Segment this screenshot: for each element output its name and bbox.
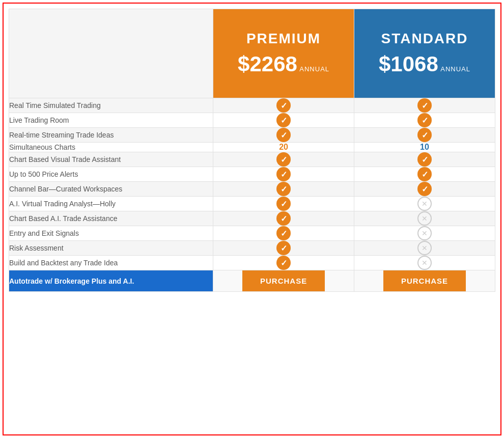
premium-period: ANNUAL bbox=[299, 65, 329, 73]
check-icon: ✓ bbox=[276, 167, 291, 181]
cross-icon: ✕ bbox=[417, 197, 432, 211]
check-icon: ✓ bbox=[276, 197, 291, 211]
feature-label: A.I. Virtual Trading Analyst—Holly bbox=[9, 197, 213, 211]
standard-feature-cell: ✓ bbox=[354, 182, 495, 197]
standard-feature-cell: ✕ bbox=[354, 226, 495, 241]
standard-feature-cell: ✕ bbox=[354, 256, 495, 270]
standard-feature-cell: 10 bbox=[354, 143, 495, 152]
standard-feature-cell: ✕ bbox=[354, 197, 495, 211]
premium-feature-cell: ✓ bbox=[213, 182, 354, 197]
feature-label: Chart Based Visual Trade Assistant bbox=[9, 152, 213, 167]
premium-header: PREMIUM $2268 ANNUAL bbox=[213, 9, 354, 98]
standard-period: ANNUAL bbox=[440, 65, 470, 73]
check-icon: ✓ bbox=[276, 152, 291, 167]
feature-label: Real Time Simulated Trading bbox=[9, 98, 213, 113]
premium-feature-cell: ✓ bbox=[213, 113, 354, 128]
feature-label: Risk Assessment bbox=[9, 241, 213, 256]
table-row: Real-time Streaming Trade Ideas✓✓ bbox=[9, 128, 495, 143]
premium-plan-name: PREMIUM bbox=[213, 31, 354, 47]
feature-label: Real-time Streaming Trade Ideas bbox=[9, 128, 213, 143]
standard-purchase-cell: PURCHASE bbox=[354, 270, 495, 292]
standard-feature-cell: ✓ bbox=[354, 128, 495, 143]
table-row: Live Trading Room✓✓ bbox=[9, 113, 495, 128]
table-row: Risk Assessment✓✕ bbox=[9, 241, 495, 256]
check-icon: ✓ bbox=[417, 182, 432, 196]
check-icon: ✓ bbox=[276, 128, 291, 142]
feature-label: Entry and Exit Signals bbox=[9, 226, 213, 241]
table-row: Autotrade w/ Brokerage Plus and A.I.PURC… bbox=[9, 270, 495, 292]
table-row: Channel Bar—Curated Workspaces✓✓ bbox=[9, 182, 495, 197]
check-icon: ✓ bbox=[276, 226, 291, 240]
premium-feature-cell: ✓ bbox=[213, 167, 354, 182]
table-row: Up to 500 Price Alerts✓✓ bbox=[9, 167, 495, 182]
check-icon: ✓ bbox=[276, 113, 291, 127]
pricing-table: PREMIUM $2268 ANNUAL STANDARD $1068 ANNU… bbox=[9, 9, 495, 292]
standard-feature-cell: ✕ bbox=[354, 211, 495, 226]
cross-icon: ✕ bbox=[417, 256, 432, 270]
standard-price: $1068 bbox=[379, 52, 438, 76]
number-value: 10 bbox=[420, 143, 429, 151]
check-icon: ✓ bbox=[276, 241, 291, 255]
feature-label: Build and Backtest any Trade Idea bbox=[9, 256, 213, 270]
feature-label: Chart Based A.I. Trade Assistance bbox=[9, 211, 213, 226]
premium-feature-cell: ✓ bbox=[213, 211, 354, 226]
standard-feature-cell: ✓ bbox=[354, 167, 495, 182]
cross-icon: ✕ bbox=[417, 241, 432, 255]
cross-icon: ✕ bbox=[417, 211, 432, 226]
check-icon: ✓ bbox=[276, 182, 291, 196]
standard-feature-cell: ✕ bbox=[354, 241, 495, 256]
check-icon: ✓ bbox=[417, 167, 432, 181]
standard-plan-name: STANDARD bbox=[354, 31, 495, 47]
table-row: Entry and Exit Signals✓✕ bbox=[9, 226, 495, 241]
premium-feature-cell: ✓ bbox=[213, 98, 354, 113]
table-row: A.I. Virtual Trading Analyst—Holly✓✕ bbox=[9, 197, 495, 211]
standard-purchase-button[interactable]: PURCHASE bbox=[383, 270, 466, 291]
check-icon: ✓ bbox=[417, 152, 432, 167]
table-row: Chart Based Visual Trade Assistant✓✓ bbox=[9, 152, 495, 167]
standard-feature-cell: ✓ bbox=[354, 113, 495, 128]
premium-purchase-cell: PURCHASE bbox=[213, 270, 354, 292]
feature-label: Live Trading Room bbox=[9, 113, 213, 128]
standard-feature-cell: ✓ bbox=[354, 152, 495, 167]
premium-feature-cell: ✓ bbox=[213, 152, 354, 167]
standard-header: STANDARD $1068 ANNUAL bbox=[354, 9, 495, 98]
number-value: 20 bbox=[279, 143, 288, 151]
premium-feature-cell: ✓ bbox=[213, 128, 354, 143]
check-icon: ✓ bbox=[276, 98, 291, 113]
premium-purchase-button[interactable]: PURCHASE bbox=[242, 270, 325, 291]
premium-feature-cell: ✓ bbox=[213, 197, 354, 211]
feature-label: Up to 500 Price Alerts bbox=[9, 167, 213, 182]
premium-feature-cell: ✓ bbox=[213, 256, 354, 270]
check-icon: ✓ bbox=[417, 113, 432, 127]
table-row: Build and Backtest any Trade Idea✓✕ bbox=[9, 256, 495, 270]
table-row: Chart Based A.I. Trade Assistance✓✕ bbox=[9, 211, 495, 226]
premium-feature-cell: ✓ bbox=[213, 226, 354, 241]
premium-price: $2268 bbox=[238, 52, 297, 76]
standard-feature-cell: ✓ bbox=[354, 98, 495, 113]
table-row: Simultaneous Charts2010 bbox=[9, 143, 495, 152]
check-icon: ✓ bbox=[276, 256, 291, 270]
outer-border: PREMIUM $2268 ANNUAL STANDARD $1068 ANNU… bbox=[3, 3, 501, 435]
feature-label: Simultaneous Charts bbox=[9, 143, 213, 152]
feature-label-highlighted: Autotrade w/ Brokerage Plus and A.I. bbox=[9, 270, 213, 292]
feature-label: Channel Bar—Curated Workspaces bbox=[9, 182, 213, 197]
check-icon: ✓ bbox=[417, 128, 432, 142]
table-row: Real Time Simulated Trading✓✓ bbox=[9, 98, 495, 113]
check-icon: ✓ bbox=[417, 98, 432, 113]
check-icon: ✓ bbox=[276, 211, 291, 226]
feature-header bbox=[9, 9, 213, 98]
premium-feature-cell: ✓ bbox=[213, 241, 354, 256]
cross-icon: ✕ bbox=[417, 226, 432, 240]
premium-feature-cell: 20 bbox=[213, 143, 354, 152]
